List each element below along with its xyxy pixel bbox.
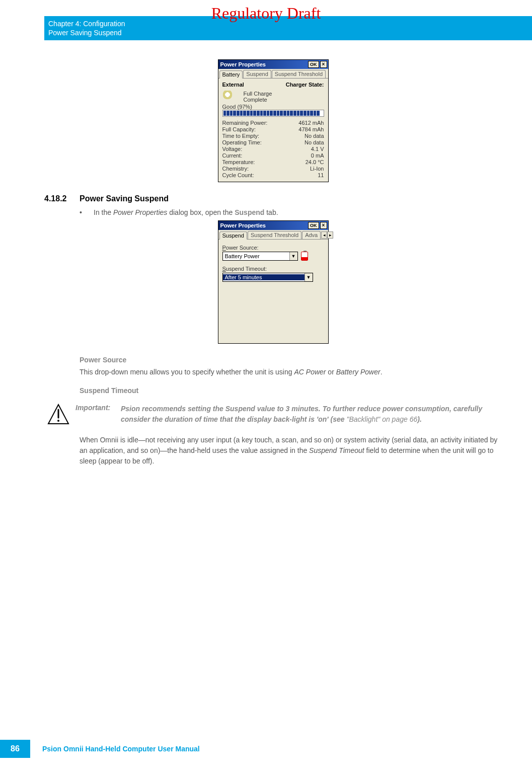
svg-point-2: [57, 420, 59, 422]
tab-nav-left-icon[interactable]: ◂: [321, 231, 327, 239]
important-label: Important:: [75, 404, 121, 426]
stat-row: Remaining Power:4612 mAh: [222, 120, 324, 126]
title-bar: Power Properties OK ×: [218, 221, 328, 230]
warning-icon: [47, 404, 69, 426]
tab-suspend-threshold[interactable]: Suspend Threshold: [248, 231, 301, 239]
section-title: Power Saving Suspend: [80, 194, 169, 203]
page-footer: 86 Psion Omnii Hand-Held Computer User M…: [0, 740, 532, 758]
col-charger-state: Charger State:: [286, 82, 324, 88]
power-source-dropdown[interactable]: Battery Power ▼: [222, 252, 298, 261]
stat-row: Current:0 mA: [222, 152, 324, 159]
suspend-timeout-heading: Suspend Timeout: [80, 386, 502, 395]
suspend-timeout-value: After 5 minutes: [223, 274, 305, 280]
suspend-timeout-label: Suspend Timeout:: [222, 266, 324, 272]
plug-icon: [222, 91, 233, 101]
power-source-paragraph: This drop-down menu allows you to specif…: [80, 367, 502, 377]
dialog-body: External Charger State: Full Charge Comp…: [218, 79, 328, 182]
stat-row: Operating Time:No data: [222, 139, 324, 145]
tab-strip: Battery Suspend Suspend Threshold: [218, 69, 328, 79]
power-properties-dialog-battery: Power Properties OK × Battery Suspend Su…: [218, 59, 329, 182]
section-number: 4.18.2: [44, 194, 80, 203]
charger-line-2: Complete: [244, 97, 272, 103]
bullet-marker: •: [80, 208, 94, 216]
page-content: Power Properties OK × Battery Suspend Su…: [44, 55, 502, 467]
bullet-instruction: • In the Power Properties dialog box, op…: [80, 208, 502, 216]
col-external: External: [222, 82, 244, 88]
close-button[interactable]: ×: [320, 61, 327, 68]
ok-button[interactable]: OK: [308, 61, 319, 68]
stat-row: Time to Empty:No data: [222, 133, 324, 139]
tab-strip: Suspend Suspend Threshold Adva ◂ ▸: [218, 230, 328, 240]
charger-line-1: Full Charge: [244, 91, 272, 97]
tab-suspend[interactable]: Suspend: [243, 70, 271, 78]
tab-suspend[interactable]: Suspend: [219, 231, 247, 240]
important-text: Psion recommends setting the Suspend val…: [121, 404, 502, 426]
tab-scroll-nav[interactable]: ◂ ▸: [321, 231, 333, 239]
title-bar: Power Properties OK ×: [218, 60, 328, 69]
power-source-label: Power Source:: [222, 245, 324, 251]
dialog-body: Power Source: Battery Power ▼ Suspend Ti…: [218, 240, 328, 343]
charger-state-text: Full Charge Complete: [244, 91, 272, 103]
stat-row: Full Capacity:4784 mAh: [222, 126, 324, 132]
power-properties-dialog-suspend: Power Properties OK × Suspend Suspend Th…: [218, 220, 329, 344]
backlight-cross-ref: "Backlight" on page 66: [347, 415, 418, 423]
chevron-down-icon[interactable]: ▼: [289, 252, 297, 260]
suspend-timeout-dropdown[interactable]: After 5 minutes ▼: [222, 273, 313, 282]
page-number: 86: [0, 740, 30, 758]
section-heading: 4.18.2 Power Saving Suspend: [44, 194, 502, 203]
important-note: Important: Psion recommends setting the …: [44, 404, 502, 426]
stat-row: Temperature:24.0 °C: [222, 159, 324, 165]
power-source-value: Battery Power: [223, 253, 289, 259]
dialog-title: Power Properties: [220, 222, 309, 228]
dialog-title: Power Properties: [220, 61, 309, 67]
battery-icon: [301, 252, 308, 261]
ok-button[interactable]: OK: [308, 222, 319, 229]
power-source-heading: Power Source: [80, 356, 502, 364]
battery-progress: [222, 110, 324, 117]
tab-suspend-threshold[interactable]: Suspend Threshold: [272, 70, 326, 78]
battery-status-label: Good (97%): [222, 104, 324, 110]
stat-row: Voltage:4.1 V: [222, 146, 324, 152]
bullet-text: In the Power Properties dialog box, open…: [94, 208, 502, 216]
close-button[interactable]: ×: [320, 222, 327, 229]
stat-row: Chemistry:Li-Ion: [222, 166, 324, 172]
chevron-down-icon[interactable]: ▼: [305, 273, 313, 281]
footer-title: Psion Omnii Hand-Held Computer User Manu…: [42, 745, 200, 753]
suspend-timeout-paragraph: When Omnii is idle—not receiving any use…: [80, 435, 502, 467]
tab-advanced[interactable]: Adva: [302, 231, 321, 239]
stat-row: Cycle Count:11: [222, 172, 324, 178]
battery-stats: Remaining Power:4612 mAh Full Capacity:4…: [222, 120, 324, 178]
chapter-section: Power Saving Suspend: [48, 28, 528, 37]
tab-nav-right-icon[interactable]: ▸: [327, 231, 333, 239]
tab-battery[interactable]: Battery: [219, 70, 243, 79]
watermark: Regulatory Draft: [0, 4, 532, 23]
